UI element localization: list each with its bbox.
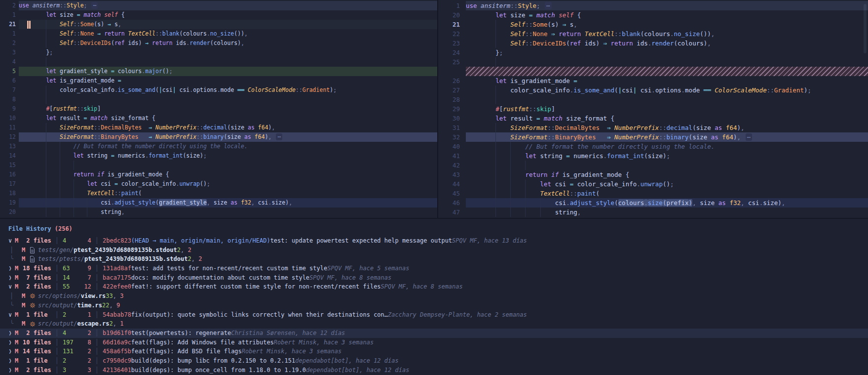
chevron-down-icon[interactable]: ∨ bbox=[8, 282, 15, 292]
commit-row[interactable]: ❭M18files│639│131ad8af test: add tests f… bbox=[0, 264, 868, 273]
chevron-right-icon[interactable]: ❭ bbox=[8, 329, 15, 338]
code-line[interactable]: 1use ansiterm::Style; ⋯ bbox=[438, 1, 868, 10]
commit-hash[interactable]: b19d61f0 bbox=[103, 329, 131, 338]
code-line[interactable]: 10 let result = match size_format { bbox=[0, 114, 437, 123]
code-line[interactable]: 15 bbox=[0, 161, 437, 170]
code-line[interactable]: 25 bbox=[438, 57, 868, 67]
indent-guide bbox=[60, 179, 60, 189]
commit-hash[interactable]: 42136401 bbox=[103, 366, 131, 375]
changed-file-row[interactable]: ╰Msrc/output/time.rs 22, 9 bbox=[0, 301, 868, 310]
code-line[interactable]: 18 TextCell::paint( bbox=[0, 189, 437, 198]
code-line[interactable]: 40 // But format the number directly usi… bbox=[438, 142, 868, 151]
chevron-right-icon[interactable]: ❭ bbox=[8, 273, 15, 283]
code-line[interactable]: 32 SizeFormat::BinaryBytes ⇒ NumberPrefi… bbox=[438, 132, 868, 142]
chevron-down-icon[interactable]: ∨ bbox=[8, 310, 15, 320]
commit-row[interactable]: ❭M7files│147│baca7175 docs: modify docum… bbox=[0, 273, 868, 283]
commit-row[interactable]: ❭M2files│33│42136401 build(deps): bump o… bbox=[0, 366, 868, 375]
commit-hash[interactable]: 54abab78 bbox=[103, 310, 131, 320]
code-line[interactable]: 2 Self::DeviceIDs(ref ids) ⇒ return ids.… bbox=[0, 39, 437, 48]
code-line[interactable]: 3 }; bbox=[0, 48, 437, 57]
code-line[interactable]: 42 bbox=[438, 161, 868, 170]
file-name[interactable]: ptest_2439b7d68089135b.stdout bbox=[74, 246, 177, 255]
code-line[interactable]: 1 Self::None ⇒ return TextCell::blank(co… bbox=[0, 29, 437, 39]
code-token: color_scale_info bbox=[577, 180, 637, 188]
code-line[interactable]: 12 SizeFormat::BinaryBytes ⇒ NumberPrefi… bbox=[0, 132, 437, 142]
code-line[interactable]: 19 csi.adjust_style(gradient_style, size… bbox=[0, 198, 437, 208]
code-line[interactable]: 46 csi.adjust_style(colours.size(prefix)… bbox=[438, 198, 868, 208]
commit-hash[interactable]: c7950dc9 bbox=[103, 356, 131, 366]
code-line[interactable] bbox=[438, 67, 868, 76]
editor-pane-right[interactable]: 1use ansiterm::Style; ⋯20 let size = mat… bbox=[438, 0, 868, 218]
code-line[interactable]: 16 return if is_gradient_mode { bbox=[0, 170, 437, 179]
changed-file-row[interactable]: │Msrc/options/view.rs 33, 3 bbox=[0, 292, 868, 301]
changed-file-row[interactable]: ╰Msrc/output/escape.rs 2, 1 bbox=[0, 319, 868, 329]
code-line[interactable]: 4 bbox=[0, 57, 437, 67]
commit-row[interactable]: ❭M2files│42│b19d61f0 test(powertests): r… bbox=[0, 329, 868, 338]
code-line[interactable]: 20 string, bbox=[0, 208, 437, 217]
chevron-right-icon[interactable]: ❭ bbox=[8, 264, 15, 273]
code-line[interactable]: 27 color_scale_info.is_some_and(|csi| cs… bbox=[438, 85, 868, 95]
file-name[interactable]: view.rs bbox=[81, 292, 106, 301]
code-token: ref bbox=[570, 40, 585, 47]
code-line[interactable]: 20 let size = match self { bbox=[438, 10, 868, 20]
code-line[interactable]: 13 // But format the number directly usi… bbox=[0, 142, 437, 151]
editor-pane-left[interactable]: 2use ansiterm::Style; ⋯1 let size = matc… bbox=[0, 0, 437, 218]
code-line[interactable]: 24 }; bbox=[438, 48, 868, 57]
code-line[interactable]: 17 let csi = color_scale_info.unwrap(); bbox=[0, 179, 437, 189]
commit-row[interactable]: ∨M2files│5512│422efee0 feat!: support di… bbox=[0, 282, 868, 292]
code-line[interactable]: 47 string, bbox=[438, 208, 868, 217]
commit-row[interactable]: ❭M10files│1978│66d16a9c feat(flags): Add… bbox=[0, 338, 868, 347]
file-name[interactable]: ptest_2439b7d68089135b.stdout bbox=[84, 254, 188, 264]
code-line[interactable]: 14 let string = numerics.format_int(size… bbox=[0, 151, 437, 161]
code-line[interactable]: 43 return if is_gradient_mode { bbox=[438, 170, 868, 179]
commit-hash[interactable]: 458a6f5b bbox=[103, 347, 131, 356]
code-line[interactable]: 6 let is_gradient_mode = bbox=[0, 76, 437, 85]
chevron-right-icon[interactable]: ❭ bbox=[8, 338, 15, 347]
file-name[interactable]: escape.rs bbox=[77, 319, 109, 329]
code-line[interactable]: 22 Self::None ⇒ return TextCell::blank(c… bbox=[438, 29, 868, 39]
commit-row[interactable]: ❭M14files│1312│458a6f5b feat(flags): Add… bbox=[0, 347, 868, 356]
files-count-number: 10 bbox=[23, 338, 30, 347]
code-line[interactable]: 8 bbox=[0, 95, 437, 104]
code-line[interactable]: 11 SizeFormat::DecimalBytes ⇒ NumberPref… bbox=[0, 123, 437, 132]
code-line[interactable]: 2use ansiterm::Style; ⋯ bbox=[0, 1, 437, 10]
code-line[interactable]: 26 let is_gradient_mode = bbox=[438, 76, 868, 85]
code-token: :: bbox=[525, 40, 532, 47]
code-line[interactable]: 7 color_scale_info.is_some_and(|csi| csi… bbox=[0, 85, 437, 95]
line-number: 19 bbox=[0, 198, 19, 208]
code-line[interactable]: 28 bbox=[438, 95, 868, 104]
code-line[interactable]: 45 TextCell::paint( bbox=[438, 189, 868, 198]
commit-hash[interactable]: 422efee0 bbox=[103, 282, 131, 292]
commit-row[interactable]: ∨M1file│21│54abab78 fix(output): quote s… bbox=[0, 310, 868, 320]
code-line[interactable]: 9 #[rustfmt::skip] bbox=[0, 104, 437, 114]
code-line[interactable]: 30 let result = match size_format { bbox=[438, 114, 868, 123]
commit-hash[interactable]: baca7175 bbox=[103, 273, 131, 283]
scrollbar-thumb[interactable] bbox=[864, 4, 867, 53]
indent-guide bbox=[46, 20, 46, 29]
chevron-down-icon[interactable]: ∨ bbox=[8, 236, 15, 246]
commit-hash[interactable]: 2bedc823 bbox=[103, 236, 131, 246]
chevron-right-icon[interactable]: ❭ bbox=[8, 347, 15, 356]
code-line[interactable]: 41 let string = numerics.format_int(size… bbox=[438, 151, 868, 161]
code-token: ( bbox=[138, 190, 142, 197]
commit-row[interactable]: ❭M1file│22│c7950dc9 build(deps): bump li… bbox=[0, 356, 868, 366]
files-count-number: 2 bbox=[23, 366, 30, 375]
commit-hash[interactable]: 131ad8af bbox=[103, 264, 131, 273]
code-line[interactable]: 1 let size = match self { bbox=[0, 10, 437, 20]
changed-file-row[interactable]: │Mtests/gen/ptest_2439b7d68089135b.stdou… bbox=[0, 246, 868, 255]
code-line[interactable]: 31 SizeFormat::DecimalBytes ⇒ NumberPref… bbox=[438, 123, 868, 132]
code-line[interactable]: 21 Self::Some(s) ⇒ s, bbox=[438, 20, 868, 29]
code-line[interactable]: 23 Self::DeviceIDs(ref ids) ⇒ return ids… bbox=[438, 39, 868, 48]
code-line[interactable]: 44 let csi = color_scale_info.unwrap(); bbox=[438, 179, 868, 189]
commit-row[interactable]: ∨M2files│44│2bedc823 (HEAD → main, origi… bbox=[0, 236, 868, 246]
chevron-right-icon[interactable]: ❭ bbox=[8, 366, 15, 375]
indent-guide bbox=[510, 161, 511, 170]
code-line[interactable]: 21 Self::Some(s) ⇒ s, bbox=[0, 20, 437, 29]
file-name[interactable]: time.rs bbox=[77, 301, 102, 310]
chevron-right-icon[interactable]: ❭ bbox=[8, 356, 15, 366]
code-line[interactable]: 29 #[rustfmt::skip] bbox=[438, 104, 868, 114]
code-line[interactable]: 5 let gradient_style = colours.major(); bbox=[0, 67, 437, 76]
commit-message: test(powertests): regenerate bbox=[131, 329, 231, 338]
changed-file-row[interactable]: ╰Mtests/ptests/ptest_2439b7d68089135b.st… bbox=[0, 254, 868, 264]
commit-hash[interactable]: 66d16a9c bbox=[103, 338, 131, 347]
